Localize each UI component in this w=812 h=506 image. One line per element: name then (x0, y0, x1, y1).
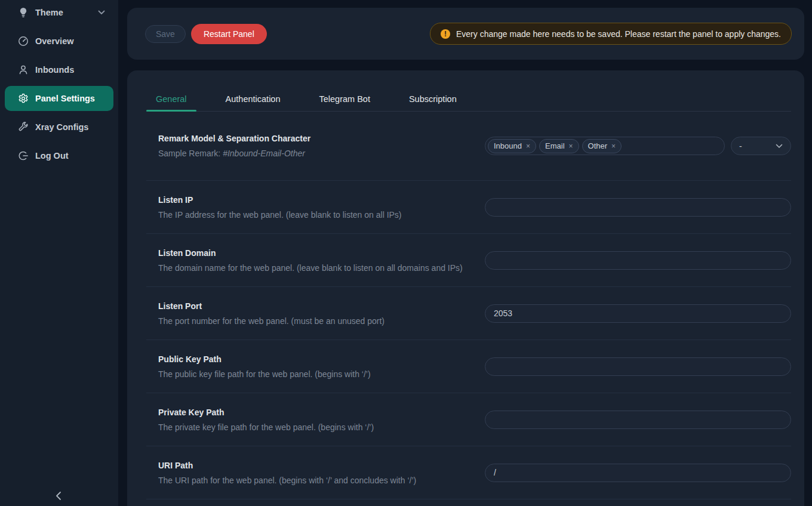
sidebar-item-label: Panel Settings (35, 94, 95, 103)
listen-domain-input[interactable] (485, 251, 791, 270)
sidebar-collapse-button[interactable] (51, 489, 66, 503)
tag-remove-icon[interactable]: × (611, 143, 616, 150)
logout-icon (18, 150, 29, 161)
tag-label: Other (588, 141, 608, 150)
tag-label: Inbound (494, 141, 522, 150)
field-label: Listen IP (158, 195, 473, 205)
public-key-path-input[interactable] (485, 357, 791, 376)
save-button[interactable]: Save (145, 25, 186, 43)
description-prefix: Sample Remark: (158, 149, 223, 158)
chevron-left-icon (56, 491, 61, 501)
field-description: The domain name for the web panel. (leav… (158, 263, 473, 273)
sidebar-item-label: Log Out (35, 151, 69, 161)
field-description: Sample Remark: #Inbound-Email-Other (158, 149, 473, 158)
field-description: The private key file path for the web pa… (158, 422, 473, 432)
sidebar-item-label: Overview (35, 36, 74, 46)
warning-icon: ! (441, 29, 450, 39)
field-label: Public Key Path (158, 354, 473, 364)
sidebar-item-label: Xray Configs (35, 122, 88, 132)
sample-remark: #Inbound-Email-Other (223, 149, 305, 158)
field-description: The public key file path for the web pan… (158, 369, 473, 379)
form-row-remark-model: Remark Model & Separation Character Samp… (146, 112, 791, 181)
field-label: Private Key Path (158, 408, 473, 417)
form-row-private-key-path: Private Key Path The private key file pa… (146, 393, 791, 446)
sidebar: Theme Overview Inbounds Panel Settings X… (0, 0, 118, 506)
tag-remove-icon[interactable]: × (569, 143, 573, 150)
lightbulb-icon (18, 7, 29, 18)
panel-settings-card: General Authentication Telegram Bot Subs… (127, 70, 804, 506)
tag-remove-icon[interactable]: × (526, 143, 530, 150)
tab-authentication[interactable]: Authentication (216, 91, 290, 111)
select-value: - (739, 141, 742, 151)
gear-icon (18, 93, 29, 104)
field-description: The URI path for the web panel. (begins … (158, 476, 473, 485)
listen-ip-input[interactable] (485, 198, 791, 217)
toolbar-card: Save Restart Panel ! Every change made h… (127, 8, 804, 60)
sidebar-item-theme[interactable]: Theme (5, 0, 113, 25)
sidebar-item-inbounds[interactable]: Inbounds (5, 57, 113, 82)
form-row-listen-domain: Listen Domain The domain name for the we… (146, 234, 791, 287)
field-description: The port number for the web panel. (must… (158, 316, 473, 326)
user-icon (18, 64, 29, 75)
field-description: The IP address for the web panel. (leave… (158, 210, 473, 220)
tab-telegram-bot[interactable]: Telegram Bot (310, 91, 380, 111)
tag-email: Email × (539, 139, 579, 153)
alert-text: Every change made here needs to be saved… (456, 29, 781, 39)
tag-other: Other × (582, 139, 622, 153)
separator-character-select[interactable]: - (731, 137, 791, 155)
main-content: Save Restart Panel ! Every change made h… (118, 0, 812, 506)
tag-inbound: Inbound × (488, 139, 536, 153)
wrench-icon (18, 122, 29, 132)
sidebar-item-log-out[interactable]: Log Out (5, 143, 113, 168)
form-row-listen-port: Listen Port The port number for the web … (146, 287, 791, 340)
dashboard-icon (18, 36, 29, 47)
form-row-listen-ip: Listen IP The IP address for the web pan… (146, 181, 791, 234)
tab-subscription[interactable]: Subscription (399, 91, 466, 111)
form-row-uri-path: URI Path The URI path for the web panel.… (146, 446, 791, 499)
settings-tabbar: General Authentication Telegram Bot Subs… (146, 91, 791, 112)
uri-path-input[interactable] (485, 464, 791, 482)
tag-label: Email (545, 141, 565, 150)
sidebar-item-panel-settings[interactable]: Panel Settings (5, 86, 113, 111)
sidebar-item-label: Theme (35, 8, 63, 17)
private-key-path-input[interactable] (485, 411, 791, 429)
remark-model-tags-input[interactable]: Inbound × Email × Other × (485, 137, 725, 155)
listen-port-input[interactable] (485, 304, 791, 323)
field-label: URI Path (158, 461, 473, 470)
field-label: Listen Domain (158, 248, 473, 258)
restart-warning-alert: ! Every change made here needs to be sav… (430, 23, 792, 45)
sidebar-item-label: Inbounds (35, 65, 74, 75)
field-label: Listen Port (158, 301, 473, 311)
restart-panel-button[interactable]: Restart Panel (191, 24, 267, 44)
sidebar-item-xray-configs[interactable]: Xray Configs (5, 115, 113, 140)
chevron-down-icon (776, 144, 783, 149)
tab-general[interactable]: General (146, 91, 196, 111)
form-row-public-key-path: Public Key Path The public key file path… (146, 340, 791, 393)
field-label: Remark Model & Separation Character (158, 134, 473, 143)
chevron-down-icon (98, 10, 105, 15)
sidebar-item-overview[interactable]: Overview (5, 29, 113, 54)
